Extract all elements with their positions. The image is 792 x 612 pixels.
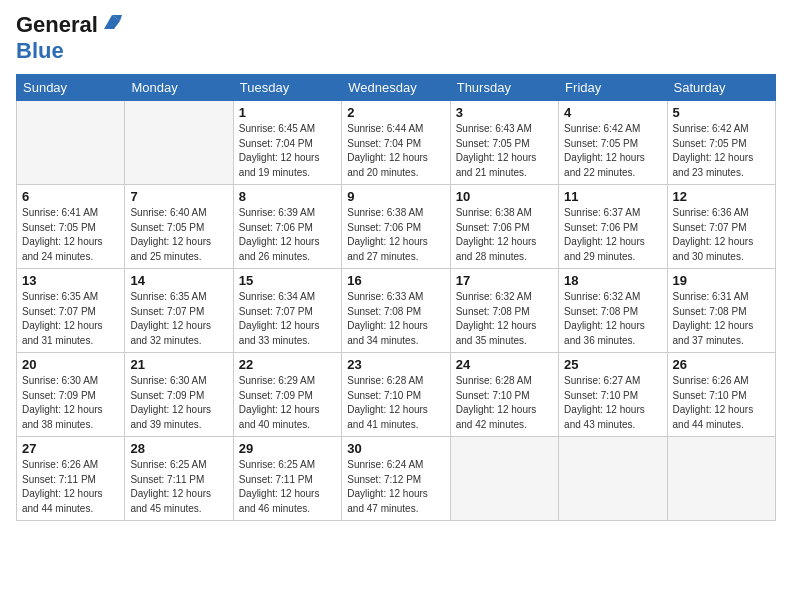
calendar-cell: 22Sunrise: 6:29 AM Sunset: 7:09 PM Dayli… xyxy=(233,353,341,437)
day-number: 29 xyxy=(239,441,336,456)
day-info: Sunrise: 6:44 AM Sunset: 7:04 PM Dayligh… xyxy=(347,122,444,180)
page: General Blue SundayMondayTuesdayWednesda… xyxy=(0,0,792,612)
day-number: 21 xyxy=(130,357,227,372)
day-number: 23 xyxy=(347,357,444,372)
day-number: 12 xyxy=(673,189,770,204)
day-number: 9 xyxy=(347,189,444,204)
weekday-header-wednesday: Wednesday xyxy=(342,75,450,101)
day-info: Sunrise: 6:28 AM Sunset: 7:10 PM Dayligh… xyxy=(456,374,553,432)
day-info: Sunrise: 6:32 AM Sunset: 7:08 PM Dayligh… xyxy=(564,290,661,348)
calendar-cell: 3Sunrise: 6:43 AM Sunset: 7:05 PM Daylig… xyxy=(450,101,558,185)
day-number: 30 xyxy=(347,441,444,456)
day-info: Sunrise: 6:38 AM Sunset: 7:06 PM Dayligh… xyxy=(456,206,553,264)
calendar-cell: 9Sunrise: 6:38 AM Sunset: 7:06 PM Daylig… xyxy=(342,185,450,269)
day-info: Sunrise: 6:37 AM Sunset: 7:06 PM Dayligh… xyxy=(564,206,661,264)
weekday-header-monday: Monday xyxy=(125,75,233,101)
day-number: 16 xyxy=(347,273,444,288)
day-number: 2 xyxy=(347,105,444,120)
day-number: 22 xyxy=(239,357,336,372)
day-number: 5 xyxy=(673,105,770,120)
day-number: 4 xyxy=(564,105,661,120)
day-info: Sunrise: 6:40 AM Sunset: 7:05 PM Dayligh… xyxy=(130,206,227,264)
weekday-header-row: SundayMondayTuesdayWednesdayThursdayFrid… xyxy=(17,75,776,101)
day-info: Sunrise: 6:29 AM Sunset: 7:09 PM Dayligh… xyxy=(239,374,336,432)
calendar-cell: 20Sunrise: 6:30 AM Sunset: 7:09 PM Dayli… xyxy=(17,353,125,437)
day-info: Sunrise: 6:26 AM Sunset: 7:10 PM Dayligh… xyxy=(673,374,770,432)
calendar-cell: 1Sunrise: 6:45 AM Sunset: 7:04 PM Daylig… xyxy=(233,101,341,185)
day-number: 14 xyxy=(130,273,227,288)
calendar-cell: 16Sunrise: 6:33 AM Sunset: 7:08 PM Dayli… xyxy=(342,269,450,353)
day-info: Sunrise: 6:42 AM Sunset: 7:05 PM Dayligh… xyxy=(564,122,661,180)
day-info: Sunrise: 6:42 AM Sunset: 7:05 PM Dayligh… xyxy=(673,122,770,180)
calendar-cell: 2Sunrise: 6:44 AM Sunset: 7:04 PM Daylig… xyxy=(342,101,450,185)
calendar-cell: 19Sunrise: 6:31 AM Sunset: 7:08 PM Dayli… xyxy=(667,269,775,353)
calendar-cell: 25Sunrise: 6:27 AM Sunset: 7:10 PM Dayli… xyxy=(559,353,667,437)
day-number: 13 xyxy=(22,273,119,288)
day-number: 24 xyxy=(456,357,553,372)
day-info: Sunrise: 6:28 AM Sunset: 7:10 PM Dayligh… xyxy=(347,374,444,432)
calendar-cell: 27Sunrise: 6:26 AM Sunset: 7:11 PM Dayli… xyxy=(17,437,125,521)
calendar-cell: 15Sunrise: 6:34 AM Sunset: 7:07 PM Dayli… xyxy=(233,269,341,353)
calendar-cell: 29Sunrise: 6:25 AM Sunset: 7:11 PM Dayli… xyxy=(233,437,341,521)
day-info: Sunrise: 6:34 AM Sunset: 7:07 PM Dayligh… xyxy=(239,290,336,348)
calendar-cell: 7Sunrise: 6:40 AM Sunset: 7:05 PM Daylig… xyxy=(125,185,233,269)
day-number: 11 xyxy=(564,189,661,204)
logo-general: General xyxy=(16,12,98,38)
calendar-cell: 14Sunrise: 6:35 AM Sunset: 7:07 PM Dayli… xyxy=(125,269,233,353)
week-row-3: 13Sunrise: 6:35 AM Sunset: 7:07 PM Dayli… xyxy=(17,269,776,353)
calendar-cell: 6Sunrise: 6:41 AM Sunset: 7:05 PM Daylig… xyxy=(17,185,125,269)
weekday-header-saturday: Saturday xyxy=(667,75,775,101)
day-info: Sunrise: 6:24 AM Sunset: 7:12 PM Dayligh… xyxy=(347,458,444,516)
day-number: 28 xyxy=(130,441,227,456)
logo: General Blue xyxy=(16,12,122,64)
day-info: Sunrise: 6:30 AM Sunset: 7:09 PM Dayligh… xyxy=(130,374,227,432)
logo-blue: Blue xyxy=(16,38,64,63)
calendar-cell xyxy=(667,437,775,521)
calendar-cell: 30Sunrise: 6:24 AM Sunset: 7:12 PM Dayli… xyxy=(342,437,450,521)
calendar-cell xyxy=(450,437,558,521)
calendar-cell: 8Sunrise: 6:39 AM Sunset: 7:06 PM Daylig… xyxy=(233,185,341,269)
calendar-cell: 11Sunrise: 6:37 AM Sunset: 7:06 PM Dayli… xyxy=(559,185,667,269)
day-number: 8 xyxy=(239,189,336,204)
day-info: Sunrise: 6:41 AM Sunset: 7:05 PM Dayligh… xyxy=(22,206,119,264)
calendar-cell: 26Sunrise: 6:26 AM Sunset: 7:10 PM Dayli… xyxy=(667,353,775,437)
day-number: 3 xyxy=(456,105,553,120)
day-info: Sunrise: 6:35 AM Sunset: 7:07 PM Dayligh… xyxy=(130,290,227,348)
weekday-header-friday: Friday xyxy=(559,75,667,101)
week-row-5: 27Sunrise: 6:26 AM Sunset: 7:11 PM Dayli… xyxy=(17,437,776,521)
day-info: Sunrise: 6:36 AM Sunset: 7:07 PM Dayligh… xyxy=(673,206,770,264)
calendar-cell: 4Sunrise: 6:42 AM Sunset: 7:05 PM Daylig… xyxy=(559,101,667,185)
calendar-cell: 12Sunrise: 6:36 AM Sunset: 7:07 PM Dayli… xyxy=(667,185,775,269)
calendar-cell xyxy=(559,437,667,521)
day-number: 15 xyxy=(239,273,336,288)
day-info: Sunrise: 6:43 AM Sunset: 7:05 PM Dayligh… xyxy=(456,122,553,180)
weekday-header-sunday: Sunday xyxy=(17,75,125,101)
day-info: Sunrise: 6:38 AM Sunset: 7:06 PM Dayligh… xyxy=(347,206,444,264)
logo-bird-icon xyxy=(100,11,122,33)
day-info: Sunrise: 6:26 AM Sunset: 7:11 PM Dayligh… xyxy=(22,458,119,516)
day-info: Sunrise: 6:32 AM Sunset: 7:08 PM Dayligh… xyxy=(456,290,553,348)
day-number: 20 xyxy=(22,357,119,372)
day-number: 25 xyxy=(564,357,661,372)
calendar-cell: 10Sunrise: 6:38 AM Sunset: 7:06 PM Dayli… xyxy=(450,185,558,269)
day-info: Sunrise: 6:25 AM Sunset: 7:11 PM Dayligh… xyxy=(239,458,336,516)
day-info: Sunrise: 6:30 AM Sunset: 7:09 PM Dayligh… xyxy=(22,374,119,432)
day-info: Sunrise: 6:45 AM Sunset: 7:04 PM Dayligh… xyxy=(239,122,336,180)
day-info: Sunrise: 6:25 AM Sunset: 7:11 PM Dayligh… xyxy=(130,458,227,516)
week-row-4: 20Sunrise: 6:30 AM Sunset: 7:09 PM Dayli… xyxy=(17,353,776,437)
weekday-header-tuesday: Tuesday xyxy=(233,75,341,101)
calendar-cell: 5Sunrise: 6:42 AM Sunset: 7:05 PM Daylig… xyxy=(667,101,775,185)
day-number: 18 xyxy=(564,273,661,288)
calendar-cell: 13Sunrise: 6:35 AM Sunset: 7:07 PM Dayli… xyxy=(17,269,125,353)
calendar-cell: 21Sunrise: 6:30 AM Sunset: 7:09 PM Dayli… xyxy=(125,353,233,437)
calendar-cell: 28Sunrise: 6:25 AM Sunset: 7:11 PM Dayli… xyxy=(125,437,233,521)
day-number: 26 xyxy=(673,357,770,372)
day-number: 19 xyxy=(673,273,770,288)
day-info: Sunrise: 6:33 AM Sunset: 7:08 PM Dayligh… xyxy=(347,290,444,348)
day-info: Sunrise: 6:27 AM Sunset: 7:10 PM Dayligh… xyxy=(564,374,661,432)
week-row-2: 6Sunrise: 6:41 AM Sunset: 7:05 PM Daylig… xyxy=(17,185,776,269)
calendar-cell: 24Sunrise: 6:28 AM Sunset: 7:10 PM Dayli… xyxy=(450,353,558,437)
week-row-1: 1Sunrise: 6:45 AM Sunset: 7:04 PM Daylig… xyxy=(17,101,776,185)
calendar-cell: 17Sunrise: 6:32 AM Sunset: 7:08 PM Dayli… xyxy=(450,269,558,353)
day-info: Sunrise: 6:31 AM Sunset: 7:08 PM Dayligh… xyxy=(673,290,770,348)
